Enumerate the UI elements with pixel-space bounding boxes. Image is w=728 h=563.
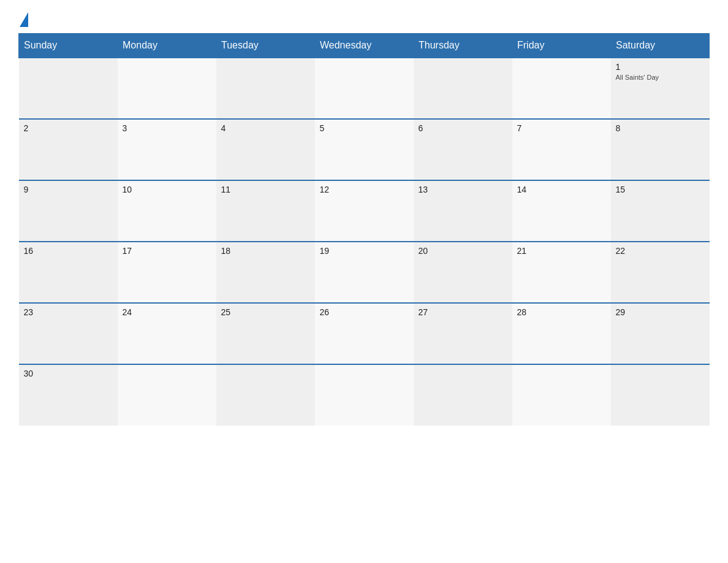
calendar-day-cell: 6 <box>414 119 512 180</box>
weekday-header-wednesday: Wednesday <box>315 34 414 58</box>
weekday-header-saturday: Saturday <box>611 34 710 58</box>
day-number: 14 <box>517 185 606 194</box>
day-number: 18 <box>221 246 310 256</box>
calendar-day-cell: 7 <box>512 119 611 180</box>
calendar-week-row: 2345678 <box>19 119 710 180</box>
day-number: 12 <box>320 185 409 194</box>
calendar-day-cell: 22 <box>611 242 710 303</box>
day-number: 21 <box>517 246 606 256</box>
calendar-day-cell <box>315 364 414 426</box>
calendar-day-cell: 2 <box>19 119 118 180</box>
calendar-day-cell: 16 <box>19 242 118 303</box>
calendar-day-cell: 29 <box>611 303 710 364</box>
calendar-day-cell <box>414 364 512 426</box>
calendar-day-cell: 21 <box>512 242 611 303</box>
day-number: 22 <box>616 246 705 256</box>
calendar-day-cell: 14 <box>512 180 611 242</box>
calendar-week-row: 16171819202122 <box>19 242 710 303</box>
day-number: 20 <box>419 246 507 256</box>
calendar-day-cell <box>315 58 414 119</box>
day-number: 13 <box>419 185 507 194</box>
day-number: 10 <box>123 185 211 194</box>
calendar-day-cell: 10 <box>118 180 216 242</box>
day-number: 16 <box>24 246 113 256</box>
calendar-day-cell: 25 <box>216 303 315 364</box>
logo-triangle-icon <box>20 12 28 27</box>
day-number: 27 <box>419 307 507 317</box>
weekday-header-thursday: Thursday <box>414 34 512 58</box>
logo <box>18 12 28 27</box>
day-number: 5 <box>320 123 409 133</box>
calendar-day-cell <box>19 58 118 119</box>
calendar-day-cell <box>611 364 710 426</box>
calendar-day-cell <box>118 58 216 119</box>
calendar-day-cell: 3 <box>118 119 216 180</box>
day-number: 2 <box>24 123 113 133</box>
day-number: 28 <box>517 307 606 317</box>
calendar-day-cell: 19 <box>315 242 414 303</box>
calendar-day-cell: 9 <box>19 180 118 242</box>
day-number: 29 <box>616 307 705 317</box>
calendar-day-cell: 11 <box>216 180 315 242</box>
day-number: 17 <box>123 246 211 256</box>
calendar-day-cell: 18 <box>216 242 315 303</box>
calendar-table: SundayMondayTuesdayWednesdayThursdayFrid… <box>18 33 710 426</box>
calendar-day-cell: 12 <box>315 180 414 242</box>
calendar-day-cell <box>414 58 512 119</box>
day-number: 30 <box>24 369 113 378</box>
day-number: 11 <box>221 185 310 194</box>
weekday-header-monday: Monday <box>118 34 216 58</box>
weekday-header-row: SundayMondayTuesdayWednesdayThursdayFrid… <box>19 34 710 58</box>
day-number: 26 <box>320 307 409 317</box>
calendar-day-cell: 24 <box>118 303 216 364</box>
weekday-header-tuesday: Tuesday <box>216 34 315 58</box>
day-number: 6 <box>419 123 507 133</box>
calendar-day-cell: 28 <box>512 303 611 364</box>
calendar-day-cell: 1All Saints' Day <box>611 58 710 119</box>
calendar-day-cell <box>118 364 216 426</box>
calendar-day-cell: 20 <box>414 242 512 303</box>
day-number: 15 <box>616 185 705 194</box>
calendar-header <box>18 12 710 27</box>
calendar-day-cell: 30 <box>19 364 118 426</box>
calendar-day-cell <box>512 364 611 426</box>
calendar-week-row: 23242526272829 <box>19 303 710 364</box>
day-number: 25 <box>221 307 310 317</box>
calendar-day-cell: 15 <box>611 180 710 242</box>
calendar-day-cell: 23 <box>19 303 118 364</box>
calendar-day-cell <box>512 58 611 119</box>
calendar-day-cell: 5 <box>315 119 414 180</box>
calendar-week-row: 9101112131415 <box>19 180 710 242</box>
calendar-week-row: 1All Saints' Day <box>19 58 710 119</box>
day-number: 3 <box>123 123 211 133</box>
calendar-day-cell: 13 <box>414 180 512 242</box>
day-number: 4 <box>221 123 310 133</box>
calendar-week-row: 30 <box>19 364 710 426</box>
weekday-header-sunday: Sunday <box>19 34 118 58</box>
calendar-day-cell: 17 <box>118 242 216 303</box>
weekday-header-friday: Friday <box>512 34 611 58</box>
calendar-day-cell: 27 <box>414 303 512 364</box>
holiday-label: All Saints' Day <box>616 74 705 81</box>
calendar-day-cell <box>216 58 315 119</box>
day-number: 1 <box>616 62 705 72</box>
day-number: 19 <box>320 246 409 256</box>
day-number: 23 <box>24 307 113 317</box>
day-number: 8 <box>616 123 705 133</box>
day-number: 7 <box>517 123 606 133</box>
calendar-day-cell: 26 <box>315 303 414 364</box>
calendar-day-cell <box>216 364 315 426</box>
day-number: 9 <box>24 185 113 194</box>
day-number: 24 <box>123 307 211 317</box>
calendar-day-cell: 8 <box>611 119 710 180</box>
calendar-day-cell: 4 <box>216 119 315 180</box>
